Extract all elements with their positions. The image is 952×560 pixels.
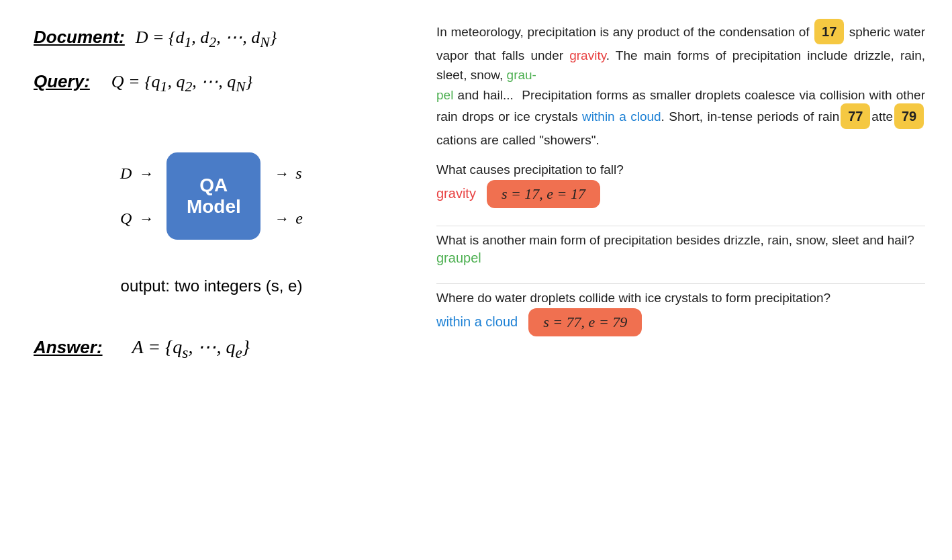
document-label: Document: xyxy=(34,27,125,48)
arrow-s: → xyxy=(274,165,289,183)
word-within-cloud: within a cloud xyxy=(582,109,661,124)
arrow-q: → xyxy=(138,210,153,228)
output-desc-text: output: two integers (s, e) xyxy=(121,277,303,295)
qa-section-1: What causes precipitation to fall? gravi… xyxy=(436,162,925,211)
question-2: What is another main form of precipitati… xyxy=(436,233,925,248)
model-diagram: D → Q → QA Model → s → xyxy=(34,129,389,263)
output-description: output: two integers (s, e) xyxy=(34,277,389,295)
inputs-column: D → Q → xyxy=(120,165,153,228)
right-panel: In meteorology, precipitation is any pro… xyxy=(416,0,952,560)
arrow-d: → xyxy=(138,165,153,183)
outputs-column: → s → e xyxy=(274,165,303,228)
qa-model-box: QA Model xyxy=(166,152,260,240)
question-3: Where do water droplets collide with ice… xyxy=(436,291,925,306)
divider-2 xyxy=(436,283,925,284)
passage-after-cloud: . Short, in-tense periods of rain xyxy=(661,109,840,124)
query-label: Query: xyxy=(34,71,90,92)
answer-word-2: graupel xyxy=(436,250,481,266)
passage-before-17: In meteorology, precipitation is any pro… xyxy=(436,25,813,39)
answer-display-1: gravity s = 17, e = 17 xyxy=(436,180,925,208)
output-e-row: → e xyxy=(274,209,303,228)
answer-word-1: gravity xyxy=(436,186,476,201)
input-d-row: D → xyxy=(120,165,153,183)
qa-section-3: Where do water droplets collide with ice… xyxy=(436,291,925,339)
input-d-label: D xyxy=(120,165,132,183)
input-q-label: Q xyxy=(120,209,132,228)
answer-word-3: within a cloud xyxy=(436,314,518,330)
qa-box-line1: QA xyxy=(199,175,228,196)
output-s-label: s xyxy=(295,165,301,183)
answer-row: Answer: A = {qs, ⋯, qe} xyxy=(34,336,389,362)
passage-text: In meteorology, precipitation is any pro… xyxy=(436,20,925,150)
formula-box-1: s = 17, e = 17 xyxy=(487,180,600,208)
divider-1 xyxy=(436,226,925,226)
qa-box-line2: Model xyxy=(187,196,241,218)
query-row: Query: Q = {q1, q2, ⋯, qN} xyxy=(34,71,389,95)
output-s-row: → s xyxy=(274,165,303,183)
document-row: Document: D = {d1, d2, ⋯, dN} xyxy=(34,27,389,51)
answer-label: Answer: xyxy=(34,337,103,358)
passage-after-79: cations are called "showers". xyxy=(436,133,600,147)
left-panel: Document: D = {d1, d2, ⋯, dN} Query: Q =… xyxy=(0,0,416,560)
answer-display-3: within a cloud s = 77, e = 79 xyxy=(436,308,925,336)
qa-section-2: What is another main form of precipitati… xyxy=(436,233,925,269)
badge-77: 77 xyxy=(841,103,870,129)
document-formula: D = {d1, d2, ⋯, dN} xyxy=(136,27,277,51)
answer-display-2: graupel xyxy=(436,250,925,266)
arrow-e: → xyxy=(274,210,289,228)
formula-box-3: s = 77, e = 79 xyxy=(528,308,642,336)
answer-formula: A = {qs, ⋯, qe} xyxy=(132,336,250,362)
badge-17: 17 xyxy=(814,19,844,44)
query-formula: Q = {q1, q2, ⋯, qN} xyxy=(111,71,252,95)
word-gravity: gravity xyxy=(569,48,606,62)
output-e-label: e xyxy=(295,209,303,228)
badge-79: 79 xyxy=(894,103,924,129)
question-1: What causes precipitation to fall? xyxy=(436,162,925,177)
input-q-row: Q → xyxy=(120,209,153,228)
passage-between-badges: atte xyxy=(871,109,893,124)
